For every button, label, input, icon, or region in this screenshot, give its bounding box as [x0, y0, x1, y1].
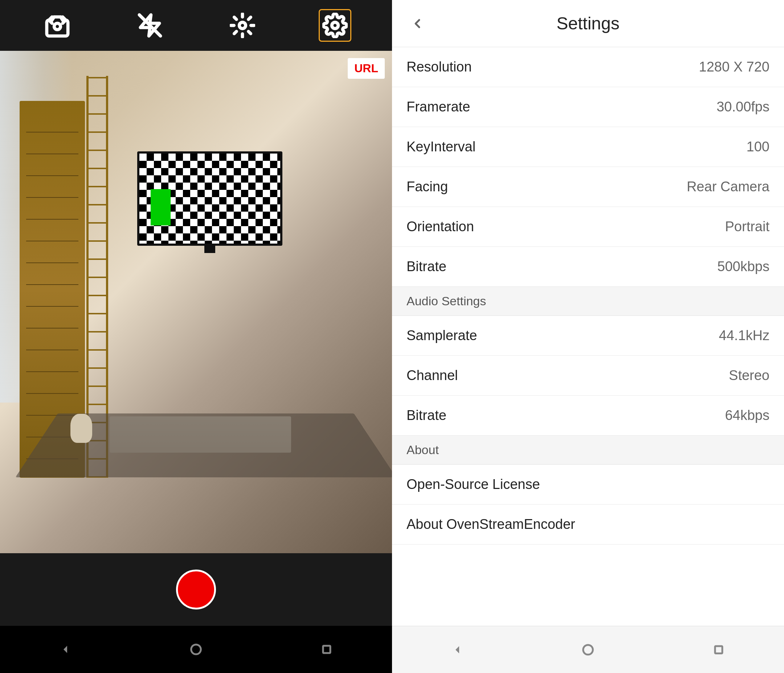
- svg-marker-12: [64, 646, 67, 653]
- item-label: About OvenStreamEncoder: [406, 517, 575, 532]
- svg-point-0: [54, 23, 61, 30]
- settings-item-orientation-4[interactable]: OrientationPortrait: [392, 207, 784, 247]
- item-value: 500kbps: [717, 259, 770, 274]
- item-value: Rear Camera: [687, 179, 770, 195]
- item-label: Bitrate: [406, 259, 446, 274]
- settings-panel: Settings Resolution1280 X 720Framerate30…: [392, 0, 784, 673]
- item-label: Facing: [406, 179, 448, 195]
- right-nav-home-button[interactable]: [577, 639, 599, 661]
- item-label: Resolution: [406, 59, 472, 75]
- settings-item-about-ovenstreamencoder-12[interactable]: About OvenStreamEncoder: [392, 505, 784, 545]
- settings-item-open-source-license-11[interactable]: Open-Source License: [392, 465, 784, 505]
- settings-title: Settings: [557, 13, 619, 33]
- settings-header: Settings: [392, 0, 784, 47]
- svg-point-11: [332, 22, 338, 29]
- item-label: Samplerate: [406, 328, 477, 343]
- nav-recents-button[interactable]: [316, 639, 338, 660]
- cat: [70, 414, 92, 443]
- camera-bottom-bar: [0, 553, 392, 626]
- effects-button[interactable]: [226, 9, 259, 42]
- settings-item-resolution-0[interactable]: Resolution1280 X 720: [392, 47, 784, 87]
- svg-line-6: [248, 31, 250, 34]
- settings-item-keyinterval-2[interactable]: KeyInterval100: [392, 127, 784, 167]
- settings-item-channel-8[interactable]: ChannelStereo: [392, 356, 784, 396]
- item-value: 100: [747, 139, 770, 155]
- item-value: Portrait: [725, 219, 770, 235]
- svg-rect-14: [323, 646, 330, 653]
- right-android-nav: [392, 626, 784, 673]
- right-nav-back-button[interactable]: [446, 639, 468, 661]
- settings-list: Resolution1280 X 720Framerate30.00fpsKey…: [392, 47, 784, 626]
- settings-item-facing-3[interactable]: FacingRear Camera: [392, 167, 784, 207]
- settings-section-about: About: [392, 436, 784, 465]
- item-value: 30.00fps: [717, 99, 770, 115]
- svg-point-2: [239, 22, 246, 29]
- item-value: 64kbps: [725, 408, 770, 423]
- nav-back-button[interactable]: [54, 639, 76, 660]
- svg-line-9: [234, 31, 236, 34]
- section-label: About: [406, 443, 439, 457]
- settings-section-audio-settings: Audio Settings: [392, 287, 784, 316]
- item-value: 44.1kHz: [719, 328, 770, 343]
- tv-screen: [137, 151, 282, 246]
- camera-toolbar: [0, 0, 392, 51]
- settings-item-framerate-1[interactable]: Framerate30.00fps: [392, 87, 784, 127]
- settings-button[interactable]: [319, 9, 352, 42]
- tv-container: [137, 151, 282, 253]
- settings-item-bitrate-9[interactable]: Bitrate64kbps: [392, 396, 784, 436]
- tv-stand: [204, 246, 215, 253]
- item-value: Stereo: [729, 368, 770, 383]
- item-label: Bitrate: [406, 408, 446, 423]
- left-android-nav: [0, 626, 392, 673]
- item-value: 1280 X 720: [699, 59, 770, 75]
- camera-view: URL: [0, 51, 392, 553]
- svg-line-5: [234, 17, 236, 19]
- svg-line-10: [248, 17, 250, 19]
- nav-home-button[interactable]: [185, 639, 207, 660]
- settings-item-bitrate-5[interactable]: Bitrate500kbps: [392, 247, 784, 287]
- svg-point-16: [583, 645, 593, 654]
- svg-rect-17: [715, 646, 722, 653]
- green-overlay: [151, 189, 171, 226]
- item-label: Channel: [406, 368, 458, 383]
- record-button[interactable]: [176, 570, 216, 609]
- svg-point-13: [191, 645, 201, 654]
- settings-item-samplerate-7[interactable]: Samplerate44.1kHz: [392, 316, 784, 356]
- svg-marker-15: [456, 646, 459, 653]
- item-label: Orientation: [406, 219, 474, 235]
- section-label: Audio Settings: [406, 294, 486, 308]
- back-button[interactable]: [406, 13, 428, 34]
- url-button[interactable]: URL: [348, 58, 385, 79]
- item-label: KeyInterval: [406, 139, 476, 155]
- flash-off-button[interactable]: [134, 9, 166, 42]
- camera-panel: URL: [0, 0, 392, 673]
- flip-camera-button[interactable]: [41, 9, 74, 42]
- item-label: Framerate: [406, 99, 470, 115]
- right-nav-recents-button[interactable]: [708, 639, 730, 661]
- item-label: Open-Source License: [406, 477, 540, 492]
